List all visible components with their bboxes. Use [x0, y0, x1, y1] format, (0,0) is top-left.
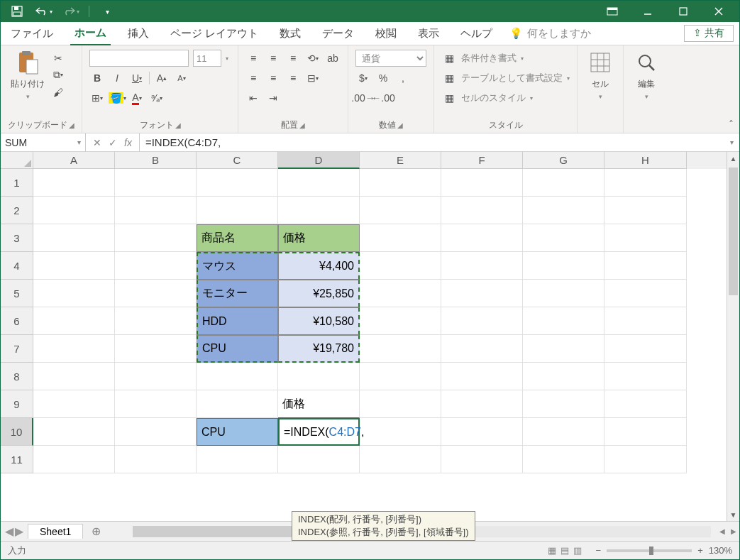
cell[interactable]	[33, 307, 115, 335]
cell[interactable]	[360, 418, 441, 446]
col-header-f[interactable]: F	[441, 152, 523, 169]
cell[interactable]	[360, 252, 441, 280]
row-header-5[interactable]: 5	[1, 280, 33, 307]
scroll-thumb[interactable]	[729, 168, 738, 295]
cell[interactable]	[115, 197, 197, 224]
row-header-8[interactable]: 8	[1, 363, 33, 390]
cell[interactable]	[441, 446, 523, 473]
cell-c5[interactable]: モニター	[197, 280, 278, 307]
view-normal-button[interactable]: ▦	[548, 545, 556, 556]
cell[interactable]	[523, 363, 604, 390]
cells-button[interactable]: セル▾	[585, 48, 616, 101]
cell[interactable]	[360, 280, 441, 307]
redo-button[interactable]: ▾	[59, 4, 83, 19]
minimize-button[interactable]	[631, 1, 664, 22]
cell[interactable]	[115, 418, 197, 446]
cell-d3[interactable]: 価格	[278, 224, 360, 252]
cell[interactable]	[604, 280, 687, 307]
cancel-formula-button[interactable]: ✕	[93, 137, 101, 148]
collapse-ribbon-button[interactable]: ˄	[729, 119, 734, 130]
increase-indent-button[interactable]: ⇥	[265, 90, 281, 106]
cell[interactable]	[278, 197, 360, 224]
cell[interactable]	[523, 169, 604, 197]
cell[interactable]	[360, 307, 441, 335]
cell[interactable]	[441, 280, 523, 307]
align-left-button[interactable]: ≡	[245, 70, 261, 86]
cell[interactable]	[115, 252, 197, 280]
cell-d10-active[interactable]: =INDEX(C4:D7,	[278, 418, 360, 446]
name-box[interactable]: SUM▾	[1, 133, 86, 151]
decrease-indent-button[interactable]: ⇤	[245, 90, 261, 106]
percent-button[interactable]: %	[375, 70, 391, 86]
cell[interactable]	[604, 390, 687, 418]
cell[interactable]	[33, 280, 115, 307]
font-size-combo[interactable]	[193, 50, 221, 67]
cell-c3[interactable]: 商品名	[197, 224, 278, 252]
tab-help[interactable]: ヘルプ	[456, 23, 497, 45]
align-center-button[interactable]: ≡	[265, 70, 281, 86]
align-middle-button[interactable]: ≡	[265, 50, 281, 66]
tab-file[interactable]: ファイル	[6, 23, 57, 45]
row-header-1[interactable]: 1	[1, 169, 33, 197]
cell-styles-button[interactable]: ▦セルのスタイル ▾	[441, 88, 570, 108]
cell[interactable]	[360, 197, 441, 224]
share-button[interactable]: ⇪共有	[684, 25, 734, 42]
number-launcher[interactable]: ◢	[397, 121, 403, 129]
hscroll-right[interactable]: ▶	[728, 527, 739, 535]
cell[interactable]	[441, 224, 523, 252]
row-header-9[interactable]: 9	[1, 390, 33, 418]
copy-button[interactable]: ⧉ ▾	[50, 67, 66, 83]
view-page-break-button[interactable]: ▥	[573, 545, 582, 556]
add-sheet-button[interactable]: ⊕	[87, 523, 104, 540]
view-page-layout-button[interactable]: ▤	[560, 545, 569, 556]
customize-qat-button[interactable]: ▾	[95, 4, 119, 19]
cell[interactable]	[523, 390, 604, 418]
zoom-in-button[interactable]: +	[697, 545, 703, 556]
paste-button[interactable]: 貼り付け ▾	[8, 48, 48, 101]
accept-formula-button[interactable]: ✓	[109, 137, 117, 148]
col-header-c[interactable]: C	[197, 152, 278, 169]
vertical-scrollbar[interactable]: ▲ ▼	[727, 152, 739, 521]
cell[interactable]	[33, 197, 115, 224]
insert-function-button[interactable]: fx	[124, 137, 132, 148]
scroll-up-button[interactable]: ▲	[727, 152, 739, 165]
tab-page-layout[interactable]: ページ レイアウト	[166, 23, 263, 45]
decrease-font-button[interactable]: A▾	[174, 70, 189, 86]
row-header-4[interactable]: 4	[1, 252, 33, 280]
cell[interactable]	[115, 169, 197, 197]
undo-button[interactable]: ▾	[32, 4, 56, 19]
cell[interactable]	[197, 197, 278, 224]
bold-button[interactable]: B	[89, 70, 105, 86]
cell[interactable]	[523, 252, 604, 280]
alignment-launcher[interactable]: ◢	[299, 121, 305, 129]
hscroll-left[interactable]: ◀	[717, 527, 728, 535]
save-button[interactable]	[5, 4, 29, 19]
cell-c6[interactable]: HDD	[197, 307, 278, 335]
cell-d7[interactable]: ¥19,780	[278, 335, 360, 363]
scroll-down-button[interactable]: ▼	[727, 508, 739, 521]
cell[interactable]	[33, 446, 115, 473]
font-launcher[interactable]: ◢	[175, 121, 181, 129]
formula-input[interactable]: =INDEX(C4:D7, ▾	[140, 133, 739, 151]
cell[interactable]	[33, 390, 115, 418]
conditional-format-button[interactable]: ▦条件付き書式 ▾	[441, 48, 570, 68]
clipboard-launcher[interactable]: ◢	[69, 121, 74, 129]
cell[interactable]	[278, 169, 360, 197]
row-header-10[interactable]: 10	[1, 418, 33, 446]
cell[interactable]	[360, 363, 441, 390]
editing-button[interactable]: 編集▾	[631, 48, 662, 101]
cell[interactable]	[278, 446, 360, 473]
cell[interactable]	[604, 169, 687, 197]
cell[interactable]	[33, 224, 115, 252]
align-top-button[interactable]: ≡	[245, 50, 261, 66]
cell-d4[interactable]: ¥4,400	[278, 252, 360, 280]
orientation-button[interactable]: ⟲ ▾	[305, 50, 321, 66]
cell[interactable]	[115, 335, 197, 363]
cell[interactable]	[33, 335, 115, 363]
cell[interactable]	[441, 169, 523, 197]
cell-c7[interactable]: CPU	[197, 335, 278, 363]
zoom-level[interactable]: 130%	[709, 545, 732, 556]
format-painter-button[interactable]: 🖌	[50, 84, 66, 100]
cell[interactable]	[441, 390, 523, 418]
tab-home[interactable]: ホーム	[70, 22, 111, 45]
